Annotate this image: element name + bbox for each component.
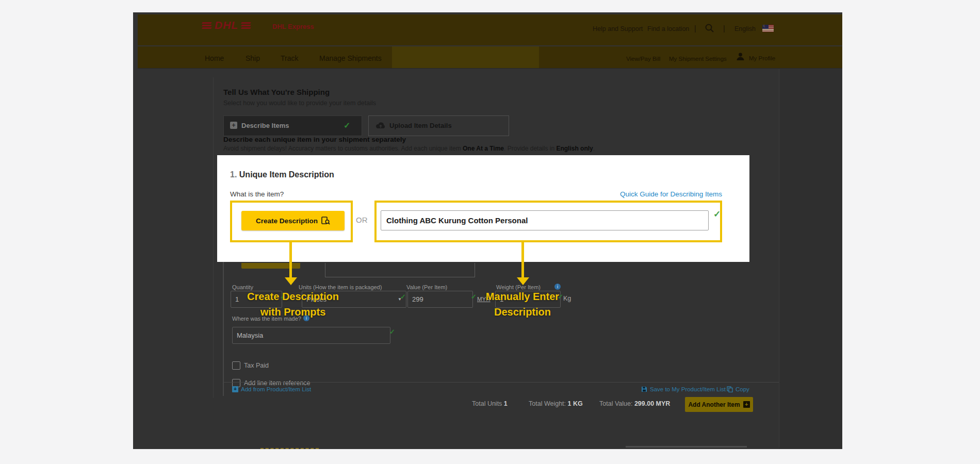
screenshot-canvas: DHL DHL Express Help and Support Find a … xyxy=(0,0,980,464)
dhl-logo[interactable]: DHL xyxy=(202,20,251,31)
tab-upload-item-details-label: Upload Item Details xyxy=(389,122,452,129)
spotlight-title: 1. Unique Item Description xyxy=(230,170,334,179)
section-title: Tell Us What You're Shipping xyxy=(223,88,330,96)
total-weight-value: 1 KG xyxy=(568,400,583,407)
origin-check-icon: ✓ xyxy=(389,328,395,336)
total-units-label: Total Units xyxy=(472,400,502,407)
item-description-input[interactable] xyxy=(381,210,709,230)
nav-item-ship[interactable]: Ship xyxy=(246,53,260,63)
tax-paid-label: Tax Paid xyxy=(244,362,269,369)
total-value: Total Value: 299.00 MYR xyxy=(599,397,670,410)
or-separator: OR xyxy=(356,216,368,224)
add-from-product-list-link[interactable]: + Add from Product/Item List xyxy=(232,386,311,392)
callout-left-line1: Create Description xyxy=(231,289,355,304)
note-part3: . xyxy=(593,145,595,152)
value-label: Value (Per Item) xyxy=(406,284,447,290)
note-part1: Avoid shipment delays! Accuracy matters … xyxy=(223,145,463,152)
item-question-label: What is the item? xyxy=(230,190,284,198)
header-divider-1: | xyxy=(694,24,696,33)
spotlight-step-number: 1. xyxy=(230,170,237,179)
dimmed-input-fragment xyxy=(325,263,475,277)
nav-item-track[interactable]: Track xyxy=(281,53,298,63)
language-selector[interactable]: English xyxy=(734,24,756,34)
units-check-icon: ✓ xyxy=(400,293,406,301)
malaysia-flag-icon[interactable]: ☾ xyxy=(762,25,774,32)
profile-icon[interactable] xyxy=(736,52,745,61)
description-valid-check-icon: ✓ xyxy=(713,209,721,220)
callout-arrow-right-line xyxy=(521,240,524,277)
copy-icon xyxy=(727,386,733,392)
callout-arrow-right-head xyxy=(517,277,529,285)
copy-label: Copy xyxy=(736,386,749,392)
quick-guide-link[interactable]: Quick Guide for Describing Items xyxy=(516,190,722,198)
nav-item-home[interactable]: Home xyxy=(205,53,224,63)
total-weight: Total Weight: 1 KG xyxy=(529,397,583,410)
describe-heading: Describe each unique item in your shipme… xyxy=(223,136,406,143)
nav-item-my-profile[interactable]: My Profile xyxy=(749,54,775,62)
cutoff-row-left-fragment xyxy=(260,444,319,449)
dhl-logo-text: DHL xyxy=(215,19,238,31)
tab-upload-item-details[interactable]: Upload Item Details xyxy=(368,115,509,136)
callout-arrow-left-head xyxy=(285,277,297,285)
plus-box-icon: + xyxy=(230,122,237,129)
nav-item-manage-shipments[interactable]: Manage Shipments xyxy=(319,53,382,63)
help-and-support-link[interactable]: Help and Support xyxy=(593,24,643,34)
nav-item-view-pay-bill[interactable]: View/Pay Bill xyxy=(626,55,660,63)
add-another-plus-icon: + xyxy=(743,401,750,408)
add-another-item-button[interactable]: Add Another Item + xyxy=(685,397,753,412)
callout-label-right: Manually Enter Description xyxy=(461,289,584,320)
nav-item-my-shipment-settings[interactable]: My Shipment Settings xyxy=(669,55,727,63)
callout-right-line2: Description xyxy=(461,304,584,320)
describe-note: Avoid shipment delays! Accuracy matters … xyxy=(223,145,595,152)
line-item-reference-label: Add line item reference xyxy=(244,379,311,387)
create-description-label: Create Description xyxy=(256,217,318,225)
brand-name: DHL Express xyxy=(272,23,314,30)
header-divider-2: | xyxy=(723,24,725,33)
describe-prompt-icon xyxy=(321,217,330,225)
total-units-value: 1 xyxy=(504,400,508,407)
right-gutter xyxy=(779,69,842,449)
cloud-upload-icon xyxy=(375,121,386,129)
save-to-product-list-label: Save to My Product/Item List xyxy=(650,386,726,392)
total-value-value: 299.00 MYR xyxy=(634,400,670,407)
spotlight-title-text: Unique Item Description xyxy=(239,170,334,179)
dhl-logo-stripes-right xyxy=(241,22,251,29)
callout-label-left: Create Description with Prompts xyxy=(231,289,355,320)
copy-link[interactable]: Copy xyxy=(727,386,749,392)
dhl-logo-stripes-left xyxy=(202,22,211,29)
save-to-product-list-link[interactable]: Save to My Product/Item List xyxy=(641,386,726,392)
item-card-divider xyxy=(223,382,779,383)
card-border-right xyxy=(779,69,779,448)
save-icon xyxy=(641,386,647,392)
note-part2: . Provide details in xyxy=(504,145,556,152)
item-card-accent xyxy=(223,260,224,396)
origin-input[interactable]: Malaysia xyxy=(232,327,390,344)
add-plus-icon: + xyxy=(232,386,238,392)
tax-paid-checkbox[interactable] xyxy=(232,361,240,370)
find-a-location-link[interactable]: Find a location xyxy=(647,24,689,34)
note-bold2: English only xyxy=(556,145,593,152)
create-description-button[interactable]: Create Description xyxy=(241,211,345,230)
callout-arrow-left-line xyxy=(289,240,292,277)
total-value-label: Total Value: xyxy=(599,400,632,407)
nav-highlight-patch xyxy=(392,46,539,69)
search-icon[interactable] xyxy=(705,23,714,33)
add-from-product-list-label: Add from Product/Item List xyxy=(241,386,311,392)
tab-check-icon: ✓ xyxy=(344,121,350,130)
flag-crescent: ☾ xyxy=(763,25,766,28)
callout-left-line2: with Prompts xyxy=(231,304,355,320)
add-another-item-label: Add Another Item xyxy=(688,401,740,408)
note-bold1: One At a Time xyxy=(463,145,504,152)
tab-describe-items[interactable]: + Describe Items ✓ xyxy=(223,115,362,136)
cutoff-row-right-fragment xyxy=(626,446,747,448)
callout-right-line1: Manually Enter xyxy=(461,289,584,304)
section-subtitle: Select how you would like to provide you… xyxy=(223,100,376,107)
total-weight-label: Total Weight: xyxy=(529,400,566,407)
card-border-left xyxy=(213,77,214,398)
nav-divider xyxy=(138,68,842,69)
total-units: Total Units 1 xyxy=(472,397,508,410)
tab-describe-items-label: Describe Items xyxy=(241,122,289,129)
